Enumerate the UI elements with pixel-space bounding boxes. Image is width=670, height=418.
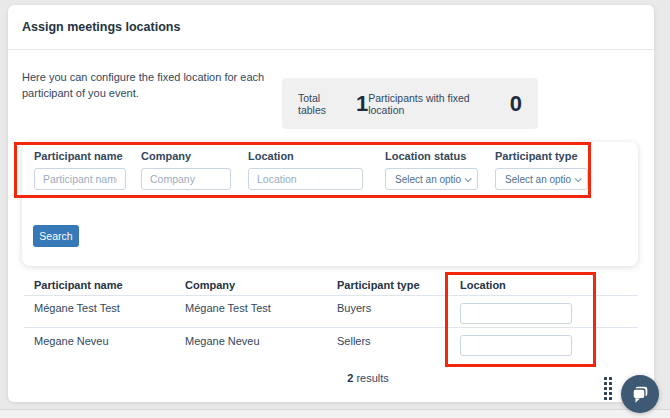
stat-fixed-location: Participants with fixed location 0	[368, 91, 522, 117]
filter-location-status: Location status Select an option	[385, 150, 478, 190]
results-count: 2 results	[283, 372, 453, 384]
participant-name-input[interactable]	[34, 168, 126, 190]
chat-bubble-icon	[629, 383, 651, 405]
column-header-company: Company	[185, 279, 235, 291]
filter-location-label: Location	[248, 150, 363, 162]
filter-participant-name-label: Participant name	[34, 150, 126, 162]
window-bottom-strip	[0, 409, 670, 418]
column-header-participant-type: Participant type	[337, 279, 420, 291]
page-title: Assign meetings locations	[22, 20, 180, 34]
filters-card: Participant name Company Location Locati…	[22, 142, 638, 266]
assign-locations-card: Assign meetings locations Here you can c…	[8, 5, 654, 402]
filter-location: Location	[248, 150, 363, 190]
table-row-divider	[24, 327, 638, 328]
filter-participant-name: Participant name	[34, 150, 126, 190]
filter-company: Company	[141, 150, 231, 190]
row-location-input[interactable]	[460, 335, 572, 356]
cell-participant-name: Megane Neveu	[34, 335, 109, 347]
card-header: Assign meetings locations	[8, 5, 654, 50]
cell-company: Mégane Test Test	[185, 302, 271, 314]
chevron-down-icon	[465, 175, 472, 182]
results-count-label: results	[356, 372, 388, 384]
location-status-selected-value: Select an option	[395, 174, 461, 185]
drag-handle-dots-icon[interactable]	[604, 377, 613, 401]
column-header-participant-name: Participant name	[34, 279, 123, 291]
page: Assign meetings locations Here you can c…	[0, 0, 670, 418]
column-header-location: Location	[460, 279, 506, 291]
cell-participant-name: Mégane Test Test	[34, 302, 120, 314]
filter-participant-type: Participant type Select an option	[495, 150, 588, 190]
search-button[interactable]: Search	[33, 225, 79, 247]
table-header-divider	[24, 295, 638, 296]
intro-description: Here you can configure the fixed locatio…	[22, 69, 284, 101]
cell-company: Megane Neveu	[185, 335, 260, 347]
stats-summary: Total tables 1 Participants with fixed l…	[282, 78, 538, 129]
chat-launcher-button[interactable]	[621, 375, 659, 413]
stat-fixed-location-value: 0	[510, 91, 522, 117]
row-location-input[interactable]	[460, 303, 572, 324]
chevron-down-icon	[575, 175, 582, 182]
filter-participant-type-label: Participant type	[495, 150, 588, 162]
cell-participant-type: Sellers	[337, 335, 371, 347]
stat-total-tables: Total tables 1	[298, 91, 368, 117]
participant-type-select[interactable]: Select an option	[495, 168, 588, 190]
location-input[interactable]	[248, 168, 363, 190]
stat-total-tables-label: Total tables	[298, 92, 348, 116]
stat-fixed-location-label: Participants with fixed location	[368, 92, 502, 116]
filter-location-status-label: Location status	[385, 150, 478, 162]
stat-total-tables-value: 1	[356, 91, 368, 117]
participant-type-selected-value: Select an option	[505, 174, 571, 185]
location-status-select[interactable]: Select an option	[385, 168, 478, 190]
results-count-number: 2	[347, 372, 353, 384]
participants-table: Participant name Company Participant typ…	[8, 272, 654, 402]
filter-company-label: Company	[141, 150, 231, 162]
company-input[interactable]	[141, 168, 231, 190]
cell-participant-type: Buyers	[337, 302, 371, 314]
